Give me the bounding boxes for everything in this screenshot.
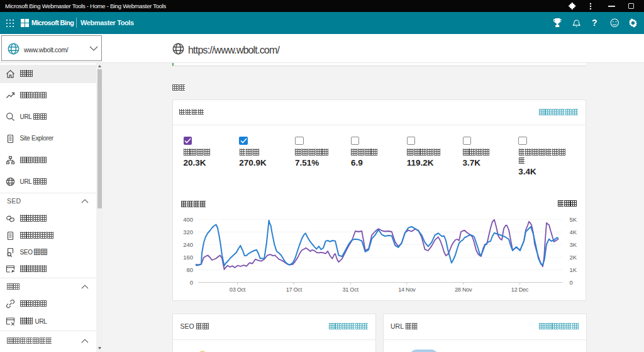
svg-text:1K: 1K bbox=[570, 266, 577, 273]
svg-text:160: 160 bbox=[183, 254, 193, 261]
svg-text:0: 0 bbox=[570, 279, 573, 286]
svg-text:28 Nov: 28 Nov bbox=[455, 287, 472, 293]
svg-text:17 Oct: 17 Oct bbox=[286, 287, 303, 293]
svg-text:3K: 3K bbox=[570, 241, 577, 248]
svg-text:12 Dec: 12 Dec bbox=[511, 287, 529, 293]
svg-text:03 Oct: 03 Oct bbox=[230, 287, 246, 293]
svg-text:2K: 2K bbox=[570, 254, 577, 261]
svg-text:80: 80 bbox=[186, 266, 193, 273]
svg-text:5K: 5K bbox=[570, 216, 577, 223]
svg-text:0: 0 bbox=[190, 279, 193, 286]
svg-text:400: 400 bbox=[183, 216, 193, 223]
svg-text:31 Oct: 31 Oct bbox=[342, 287, 358, 293]
svg-text:14 Nov: 14 Nov bbox=[398, 287, 416, 293]
svg-text:240: 240 bbox=[183, 241, 193, 248]
svg-text:4K: 4K bbox=[570, 229, 577, 236]
svg-text:320: 320 bbox=[183, 229, 193, 236]
